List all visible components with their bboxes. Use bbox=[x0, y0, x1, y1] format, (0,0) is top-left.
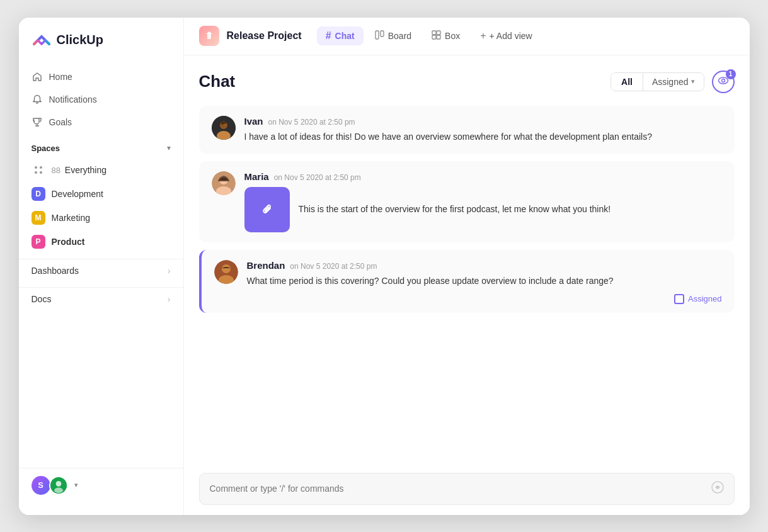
spaces-header[interactable]: Spaces ▾ bbox=[32, 144, 171, 153]
watcher-badge: 1 bbox=[726, 69, 736, 79]
tab-chat-label: Chat bbox=[335, 31, 355, 41]
assigned-checkbox[interactable] bbox=[674, 294, 684, 304]
maria-message-header: Maria on Nov 5 2020 at 2:50 pm bbox=[244, 171, 722, 182]
logo[interactable]: ClickUp bbox=[19, 30, 183, 65]
filter-assigned-button[interactable]: Assigned ▾ bbox=[643, 73, 704, 91]
brendan-text: What time period is this covering? Could… bbox=[247, 274, 722, 288]
marketing-badge: M bbox=[32, 211, 45, 225]
ivan-author: Ivan bbox=[244, 116, 263, 127]
sidebar-item-everything[interactable]: 88 Everything bbox=[24, 158, 178, 182]
sidebar-item-docs[interactable]: Docs › bbox=[19, 287, 183, 310]
spaces-chevron-icon: ▾ bbox=[167, 144, 171, 152]
dashboards-label: Dashboards bbox=[32, 266, 79, 276]
svg-rect-9 bbox=[207, 34, 211, 39]
bell-icon bbox=[32, 94, 43, 105]
header-tabs: # Chat Board Box bbox=[317, 26, 541, 45]
svg-rect-11 bbox=[381, 31, 384, 37]
maria-avatar bbox=[212, 171, 236, 195]
dashboards-chevron-icon: › bbox=[168, 266, 171, 276]
sidebar-item-dashboards[interactable]: Dashboards › bbox=[19, 259, 183, 282]
add-view-label: + Add view bbox=[490, 31, 532, 41]
ivan-time: on Nov 5 2020 at 2:50 pm bbox=[268, 118, 355, 127]
ivan-text: I have a lot of ideas for this! Do we ha… bbox=[244, 130, 722, 144]
chat-area: Chat All Assigned ▾ 1 bbox=[184, 55, 750, 460]
tab-box-label: Box bbox=[445, 31, 460, 41]
filter-chevron-icon: ▾ bbox=[691, 77, 695, 86]
spaces-section: Spaces ▾ bbox=[19, 144, 183, 153]
sidebar-item-home-label: Home bbox=[49, 72, 72, 82]
tab-board[interactable]: Board bbox=[366, 26, 420, 45]
product-badge: P bbox=[32, 235, 45, 249]
add-view-plus-icon: + bbox=[480, 30, 486, 42]
messages-list: Ivan on Nov 5 2020 at 2:50 pm I have a l… bbox=[199, 106, 735, 460]
sidebar-item-home[interactable]: Home bbox=[24, 65, 178, 88]
svg-rect-14 bbox=[432, 35, 436, 39]
sidebar-item-development[interactable]: D Development bbox=[24, 182, 178, 206]
attachment-icon[interactable] bbox=[244, 187, 290, 232]
marketing-label: Marketing bbox=[52, 213, 90, 223]
assigned-label: Assigned bbox=[688, 294, 721, 303]
svg-point-26 bbox=[222, 264, 231, 273]
sidebar-item-goals-label: Goals bbox=[49, 117, 72, 127]
maria-author: Maria bbox=[244, 171, 269, 182]
home-icon bbox=[32, 71, 43, 82]
comment-input-wrapper bbox=[199, 473, 735, 505]
filter-all-button[interactable]: All bbox=[611, 73, 643, 91]
tab-chat[interactable]: # Chat bbox=[317, 26, 364, 45]
svg-rect-15 bbox=[437, 35, 440, 39]
sidebar-item-marketing[interactable]: M Marketing bbox=[24, 206, 178, 230]
sidebar-footer[interactable]: S ▾ bbox=[19, 468, 183, 502]
main-header: Release Project # Chat Board bbox=[184, 18, 750, 55]
svg-rect-10 bbox=[375, 31, 379, 39]
tab-box[interactable]: Box bbox=[423, 26, 469, 45]
filter-group: All Assigned ▾ bbox=[610, 72, 704, 91]
project-title: Release Project bbox=[227, 30, 302, 42]
watcher-button[interactable]: 1 bbox=[712, 71, 735, 93]
assigned-tag[interactable]: Assigned bbox=[674, 294, 721, 304]
footer-chevron-icon: ▾ bbox=[74, 481, 78, 489]
message-card: Brendan on Nov 5 2020 at 2:50 pm What ti… bbox=[199, 250, 735, 313]
maria-attachment-text: This is the start of the overview for th… bbox=[299, 203, 611, 216]
user-avatar-1: S bbox=[32, 476, 50, 495]
svg-point-7 bbox=[55, 481, 61, 487]
brendan-avatar bbox=[214, 260, 238, 284]
svg-point-3 bbox=[40, 166, 42, 169]
main-content: Release Project # Chat Board bbox=[184, 18, 750, 515]
chat-toolbar: Chat All Assigned ▾ 1 bbox=[199, 71, 735, 93]
add-view-button[interactable]: + + Add view bbox=[471, 26, 541, 45]
brendan-author: Brendan bbox=[247, 260, 285, 271]
everything-icon bbox=[32, 163, 45, 177]
docs-label: Docs bbox=[32, 294, 52, 304]
brendan-message-content: Brendan on Nov 5 2020 at 2:50 pm What ti… bbox=[247, 260, 722, 303]
send-icon bbox=[711, 481, 724, 497]
box-icon bbox=[432, 30, 441, 42]
comment-input[interactable] bbox=[210, 484, 711, 494]
sidebar-item-notifications[interactable]: Notifications bbox=[24, 88, 178, 111]
maria-message-content: Maria on Nov 5 2020 at 2:50 pm This is t… bbox=[244, 171, 722, 232]
toolbar-right: All Assigned ▾ 1 bbox=[610, 71, 734, 93]
svg-point-8 bbox=[54, 487, 63, 493]
docs-chevron-icon: › bbox=[168, 294, 171, 304]
sidebar-item-product[interactable]: P Product bbox=[24, 230, 178, 254]
brendan-time: on Nov 5 2020 at 2:50 pm bbox=[290, 262, 377, 271]
chat-hash-icon: # bbox=[326, 30, 331, 42]
message-card: Ivan on Nov 5 2020 at 2:50 pm I have a l… bbox=[199, 106, 735, 154]
svg-point-2 bbox=[35, 166, 37, 169]
message-card: Maria on Nov 5 2020 at 2:50 pm This is t… bbox=[199, 161, 735, 242]
filter-assigned-label: Assigned bbox=[652, 77, 689, 87]
comment-bar bbox=[184, 465, 750, 515]
project-icon bbox=[199, 26, 219, 46]
product-label: Product bbox=[52, 237, 85, 247]
chat-title: Chat bbox=[199, 72, 236, 91]
svg-rect-12 bbox=[432, 31, 436, 35]
tab-board-label: Board bbox=[388, 31, 411, 41]
svg-point-4 bbox=[35, 171, 37, 174]
sidebar-item-notifications-label: Notifications bbox=[49, 94, 97, 105]
spaces-title: Spaces bbox=[32, 144, 60, 153]
space-list: 88 Everything D Development M Marketing … bbox=[19, 158, 183, 254]
user-avatar-2 bbox=[49, 476, 68, 495]
ivan-message-content: Ivan on Nov 5 2020 at 2:50 pm I have a l… bbox=[244, 116, 722, 144]
maria-time: on Nov 5 2020 at 2:50 pm bbox=[274, 173, 361, 182]
sidebar-item-goals[interactable]: Goals bbox=[24, 111, 178, 133]
ivan-message-header: Ivan on Nov 5 2020 at 2:50 pm bbox=[244, 116, 722, 127]
